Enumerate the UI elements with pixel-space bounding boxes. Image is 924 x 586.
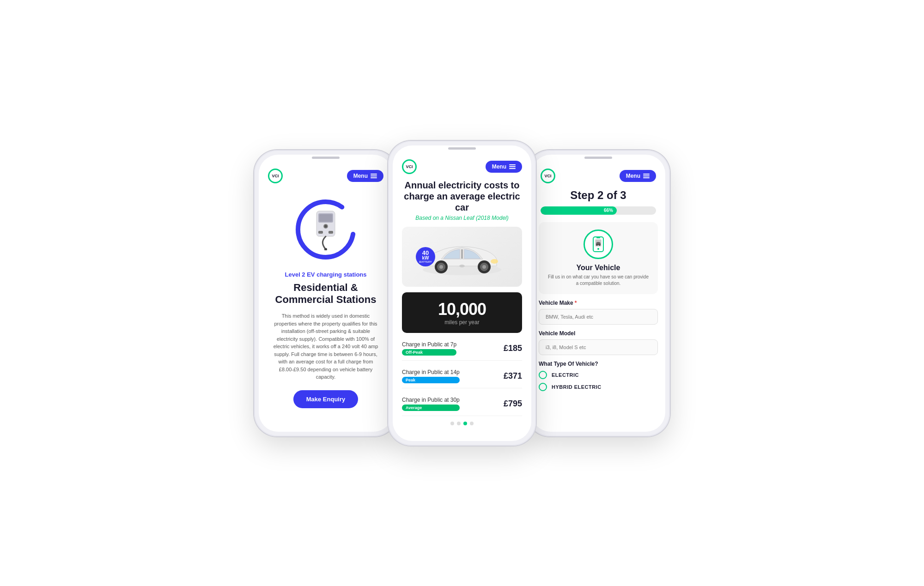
menu-icon-2 (509, 164, 516, 169)
svg-point-23 (597, 248, 599, 250)
phone1-header: VCI Menu (259, 155, 393, 188)
svg-point-0 (298, 202, 353, 257)
radio-hybrid: HYBRID ELECTRIC (539, 383, 658, 391)
svg-rect-24 (596, 237, 600, 238)
vci-circle-2: VCI (402, 159, 417, 174)
progress-bar-fill: 66% (541, 206, 617, 215)
miles-label: miles per year (411, 319, 513, 326)
cost-price-3: £795 (504, 399, 522, 409)
radio-hybrid-button[interactable] (539, 383, 547, 391)
progress-bar-container: 66% (531, 206, 665, 215)
make-enquiry-button[interactable]: Make Enquiry (293, 390, 359, 408)
vehicle-model-label: Vehicle Model (539, 330, 658, 337)
cost-price-2: £371 (504, 371, 522, 381)
vehicle-make-input[interactable] (539, 309, 658, 325)
phone3-header: VCI Menu (531, 155, 665, 189)
cost-rows: Charge in Public at 7p Off-Peak £185 Cha… (393, 337, 531, 416)
vci-circle-3: VCI (541, 169, 555, 183)
svg-point-16 (482, 265, 486, 269)
miles-number: 10,000 (411, 300, 513, 319)
vehicle-icon-circle (584, 230, 613, 259)
phone2-subtitle: Based on a Nissan Leaf (2018 Model) (393, 215, 531, 221)
cost-badge-2: Peak (402, 377, 460, 383)
miles-box: 10,000 miles per year (402, 292, 522, 333)
vehicle-phone-icon (591, 236, 606, 253)
vci-circle-1: VCI (268, 169, 283, 183)
phone1-hero: Level 2 EV charging stations Residential… (259, 188, 393, 417)
cost-label-2: Charge in Public at 14p (402, 369, 460, 375)
radio-electric-label: ELECTRIC (552, 372, 579, 378)
vci-logo-2: VCI (402, 159, 417, 174)
cost-row-3: Charge in Public at 30p Average £795 (402, 392, 522, 416)
menu-icon-3 (643, 174, 650, 178)
cost-badge-1: Off-Peak (402, 349, 456, 356)
battery-badge: 40 kW BATTERY (416, 247, 435, 266)
phone-1: VCI Menu (254, 150, 397, 436)
dot-2 (457, 422, 461, 425)
vehicle-form: Vehicle Make * Vehicle Model What Type O… (531, 300, 665, 395)
step-title: Step 2 of 3 (531, 189, 665, 202)
vci-logo-1: VCI (268, 169, 283, 183)
radio-electric: ELECTRIC (539, 371, 658, 379)
cost-price-1: £185 (504, 344, 522, 353)
dot-3-active (463, 422, 467, 425)
vci-logo-3: VCI (541, 169, 555, 183)
dots-indicator (393, 416, 531, 431)
radio-electric-button[interactable] (539, 371, 547, 379)
vehicle-type-label: What Type Of Vehicle? (539, 361, 658, 367)
phone1-description: This method is widely used in domestic p… (268, 312, 383, 381)
phone-2: VCI Menu Annual electricity costs to cha… (388, 141, 536, 446)
cost-label-1: Charge in Public at 7p (402, 341, 456, 348)
cost-row-1: Charge in Public at 7p Off-Peak £185 (402, 337, 522, 361)
svg-rect-10 (461, 249, 463, 259)
cost-badge-3: Average (402, 405, 460, 411)
vehicle-card-title: Your Vehicle (577, 264, 620, 272)
charging-visual (289, 193, 363, 266)
dot-1 (450, 422, 454, 425)
cost-label-3: Charge in Public at 30p (402, 397, 460, 403)
dot-4 (470, 422, 474, 425)
svg-point-27 (599, 244, 600, 245)
charging-arc-svg (293, 197, 358, 262)
required-star: * (575, 300, 577, 306)
phone-3-speaker (584, 157, 612, 159)
svg-point-26 (596, 244, 597, 245)
menu-button-1[interactable]: Menu (347, 170, 383, 182)
cost-row-2: Charge in Public at 14p Peak £371 (402, 364, 522, 388)
car-image-container: 40 kW BATTERY (393, 227, 531, 287)
vehicle-model-input[interactable] (539, 339, 658, 355)
phone-3: VCI Menu Step 2 of 3 66% (527, 150, 670, 436)
phone2-header: VCI Menu (393, 145, 531, 180)
svg-point-13 (439, 265, 443, 269)
vehicle-make-label: Vehicle Make * (539, 300, 658, 306)
menu-button-3[interactable]: Menu (620, 170, 656, 182)
svg-point-17 (491, 259, 498, 264)
car-image: 40 kW BATTERY (402, 227, 522, 287)
radio-hybrid-label: HYBRID ELECTRIC (552, 384, 602, 390)
vehicle-card: Your Vehicle Fill us in on what car you … (539, 222, 658, 294)
progress-bar-background: 66% (541, 206, 656, 215)
vehicle-card-desc: Fill us in on what car you have so we ca… (546, 274, 650, 287)
progress-label: 66% (604, 208, 613, 213)
phone2-main-title: Annual electricity costs to charge an av… (393, 180, 531, 213)
phone1-subtitle: Level 2 EV charging stations (285, 271, 367, 278)
phone-1-speaker (312, 157, 340, 159)
phones-container: VCI Menu (245, 141, 679, 446)
menu-icon-1 (371, 174, 377, 178)
menu-button-2[interactable]: Menu (486, 161, 522, 173)
phone1-title: Residential &Commercial Stations (275, 282, 377, 306)
svg-point-19 (459, 265, 465, 267)
phone-2-speaker (448, 147, 476, 150)
